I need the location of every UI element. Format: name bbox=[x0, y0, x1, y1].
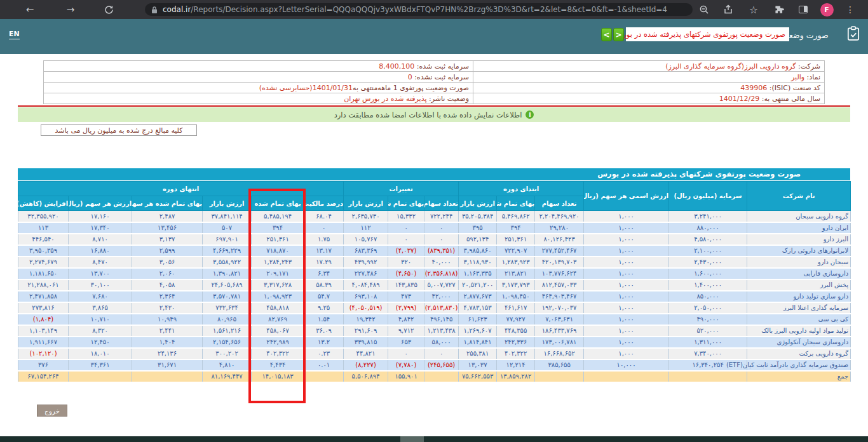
exit-button[interactable]: خروج bbox=[37, 405, 67, 417]
menu-kebab-icon[interactable]: ⋮ bbox=[841, 0, 859, 19]
value-cell: ۴۷۳ bbox=[388, 291, 424, 302]
value-cell: ۳۰,۱۰۰ bbox=[69, 279, 132, 291]
value-cell: ۱,۰۰۰ bbox=[584, 291, 669, 302]
value-cell: ۱,۰۹۸,۴۵۰ bbox=[497, 291, 535, 302]
company-name-cell: داروسازی سبحان آنکولوژی bbox=[747, 337, 851, 348]
value-cell: ۳,۹۸۵,۸۶۰ bbox=[459, 245, 497, 257]
value-cell: ۷,۰۶۳,۶۳۱ bbox=[535, 314, 584, 325]
company-name-cell: تولید مواد اولیه دارویی البرز بالک bbox=[747, 325, 851, 337]
value-cell: ۳۰۰,۲۰۲ bbox=[203, 348, 252, 359]
value-cell: ۳۶.۰۹ bbox=[304, 325, 344, 337]
value-cell: ۰.۰۱ bbox=[304, 359, 344, 371]
company-name-cell: لابراتوارهای داروئی رازک bbox=[747, 245, 851, 257]
value-cell: ۲۷۳,۸۱۶ bbox=[18, 302, 69, 314]
value-cell: ۲۱,۲۸۸,۰۶۱ bbox=[18, 279, 69, 291]
value-cell: ۱۷,۳۴۰ bbox=[69, 222, 132, 234]
value-cell: ۴۰۲,۳۲۲ bbox=[252, 348, 304, 359]
company-name-cell: پخش البرز bbox=[747, 279, 851, 291]
value-cell: ۱,۰۰۰ bbox=[584, 302, 669, 314]
back-icon[interactable]: ← bbox=[22, 0, 38, 19]
table-row: ایران دارو۸۸۰,۰۰۰۱,۰۰۰۲۹,۲۸۰۳۹۴۳۹۵۰۰۱۱۲۰… bbox=[18, 222, 851, 234]
column-header: نام شرکت bbox=[747, 182, 851, 211]
table-row: گروه دارویی برکت۷,۳۴۰,۰۰۰۱,۰۰۰۱۶,۶۶۸,۶۵۲… bbox=[18, 348, 851, 359]
value-cell: ۱,۰۰۰ bbox=[584, 211, 669, 222]
value-cell: ۱۵۵,۹۰۱ bbox=[388, 371, 424, 382]
value-cell: ۱,۴۰۴ bbox=[132, 337, 203, 348]
company-name-cell: صندوق سرمایه گذاری بادرآمد ثابت کیان(ETF… bbox=[747, 359, 851, 371]
value-cell: ۷۵,۶۶۲,۵۵۳ bbox=[459, 371, 497, 382]
table-row: تولید مواد اولیه دارویی البرز بالک۵۲۰,۰۰… bbox=[18, 325, 851, 337]
value-cell: ۱.۵۴ bbox=[304, 314, 344, 325]
table-row: لابراتوارهای داروئی رازک۲,۱۰۰,۰۰۰۱,۰۰۰۲۷… bbox=[18, 245, 851, 257]
value-cell: ۱,۹۱۱,۶۶۷ bbox=[18, 337, 69, 348]
value-cell: ۸۱۲,۴۵۷,۰۳۳ bbox=[535, 279, 584, 291]
value-cell: (۲,۷۹۹) bbox=[388, 302, 424, 314]
clipboard-report-icon bbox=[846, 26, 860, 44]
share-icon[interactable] bbox=[719, 0, 737, 19]
value-cell: ۰ bbox=[388, 222, 424, 234]
value-cell: ۲,۸۷۷,۶۷۳ bbox=[459, 291, 497, 302]
value-cell: ۲,۱۵۴,۶۵۶ bbox=[203, 337, 252, 348]
extensions-icon[interactable] bbox=[770, 0, 788, 19]
value-cell: ۱۳.۲ bbox=[304, 337, 344, 348]
next-report-button[interactable]: > bbox=[613, 28, 624, 41]
value-cell: ۳۹۵ bbox=[459, 222, 497, 234]
value-cell: ۷۲۲,۹۰۷ bbox=[497, 245, 535, 257]
horizontal-scrollbar-thumb[interactable] bbox=[400, 436, 424, 442]
value-cell: ۲۹,۲۸۰ bbox=[535, 222, 584, 234]
value-cell: ۲,۱۰۰,۰۰۰ bbox=[669, 245, 747, 257]
column-header: تعداد سهام bbox=[535, 196, 584, 211]
table-title: صورت وضعیت پورتفوی شرکتهای پذیرفته شده د… bbox=[18, 168, 850, 180]
value-cell: ۱۸۶,۴۳۳,۷۶۹ bbox=[535, 325, 584, 337]
info-label: سرمایه ثبت نشده: bbox=[412, 73, 469, 81]
en-language-link[interactable]: EN bbox=[9, 30, 20, 39]
value-cell: ۱,۰۰۰ bbox=[584, 257, 669, 268]
value-cell: ۲,۲۰۴,۴۶۹,۹۲۰ bbox=[535, 211, 584, 222]
value-cell: ۹.۲۵ bbox=[304, 302, 344, 314]
value-cell: ۱,۳۱۱,۰۰۰ bbox=[669, 337, 747, 348]
value-cell: (۴,۰۳۷) bbox=[388, 245, 424, 257]
value-cell: ۳۲۰ bbox=[388, 257, 424, 268]
value-cell bbox=[69, 371, 132, 382]
value-cell: ۴۵۸,۸۱۸ bbox=[252, 302, 304, 314]
value-cell: ۶۵۳ bbox=[388, 337, 424, 348]
avatar[interactable]: F bbox=[818, 0, 836, 19]
horizontal-scrollbar[interactable] bbox=[0, 436, 868, 442]
info-icon: i bbox=[526, 110, 534, 119]
value-cell: ۱,۳۹۰,۸۲۱ bbox=[203, 268, 252, 279]
bookmark-star-icon[interactable]: ☆ bbox=[745, 0, 763, 19]
value-cell: ۰ bbox=[304, 222, 344, 234]
side-panel-icon[interactable] bbox=[794, 0, 812, 19]
company-info-table: شرکت: گروه دارویی البرز(گروه سرمایه گذار… bbox=[43, 60, 825, 104]
company-info-cell: وضعیت ناشر: پذیرفته شده در بورس تهران bbox=[44, 93, 473, 104]
value-cell: ۱,۱۸۱,۶۵۰ bbox=[18, 268, 69, 279]
value-cell: ۷,۳۴۰,۰۰۰ bbox=[669, 348, 747, 359]
reload-icon[interactable] bbox=[100, 5, 117, 15]
value-cell: ۵۲۰,۰۰۰ bbox=[669, 325, 747, 337]
company-info-row: نماد: والبرسرمایه ثبت نشده: 0 bbox=[44, 72, 825, 83]
report-type-select[interactable]: صورت وضعیت پورتفوی شرکتهای پذیرفته شده د… bbox=[626, 27, 789, 41]
company-name-cell: سرمایه گذاری اعتلا البرز bbox=[747, 302, 851, 314]
value-cell bbox=[132, 371, 203, 382]
value-cell: ۲,۴۲۰ bbox=[132, 302, 203, 314]
value-cell: ۴۵۸,۰۶۷ bbox=[252, 325, 304, 337]
value-cell: ۳۷۶ bbox=[18, 359, 69, 371]
value-cell: ۲,۳۶۴ bbox=[132, 291, 203, 302]
value-cell: ۴,۸۱۰ bbox=[203, 359, 252, 371]
url-bar[interactable]: codal.ir/Reports/Decision.aspx?LetterSer… bbox=[145, 3, 693, 16]
value-cell bbox=[535, 371, 584, 382]
info-label: نماد: bbox=[804, 73, 820, 81]
info-label: سرمایه ثبت شده: bbox=[414, 62, 469, 70]
value-cell: ۲۴,۱۳۶ bbox=[132, 348, 203, 359]
forward-icon[interactable]: → bbox=[62, 0, 79, 19]
column-header: بهای تمام شده bbox=[252, 196, 304, 211]
table-row: پخش البرز۱,۴۰۰,۰۰۰۱,۰۰۰۸۱۲,۴۵۷,۰۳۳۳,۱۷۳,… bbox=[18, 279, 851, 291]
value-cell: (۲۴۵,۶۵۵) bbox=[424, 359, 459, 371]
value-cell: ۴,۸۴۲ bbox=[388, 314, 424, 325]
prev-report-button[interactable]: < bbox=[601, 28, 612, 41]
column-header: تعداد سهام bbox=[424, 196, 459, 211]
value-cell: ۶۸.۰۴ bbox=[304, 211, 344, 222]
company-name-cell: کی بی سی bbox=[747, 314, 851, 325]
value-cell: ۲,۰۵۰,۰۰۰ bbox=[669, 302, 747, 314]
zoom-out-icon[interactable] bbox=[695, 0, 713, 19]
